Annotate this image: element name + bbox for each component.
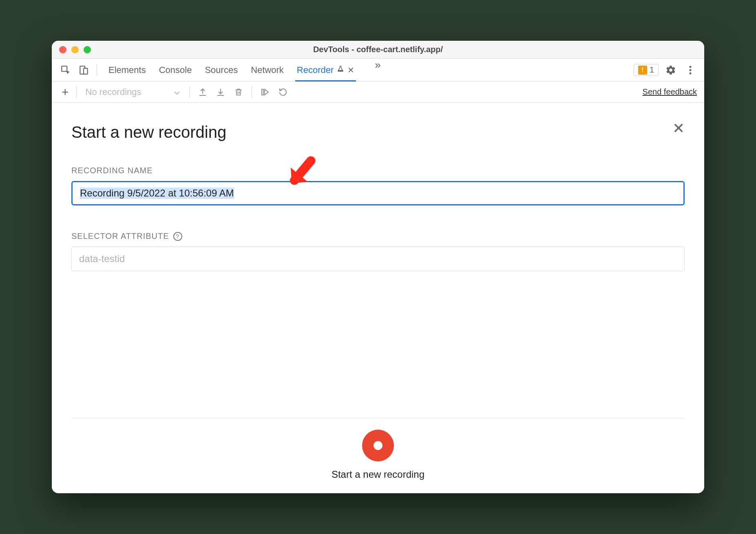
svg-rect-2 bbox=[84, 68, 88, 74]
panel-title: Start a new recording bbox=[71, 123, 685, 141]
titlebar: DevTools - coffee-cart.netlify.app/ bbox=[52, 41, 704, 59]
tabs: Elements Console Sources Network Recorde… bbox=[108, 59, 381, 81]
tab-elements[interactable]: Elements bbox=[108, 59, 146, 81]
tab-network[interactable]: Network bbox=[251, 59, 284, 81]
replay-settings-icon[interactable] bbox=[275, 87, 291, 97]
tab-sources[interactable]: Sources bbox=[205, 59, 238, 81]
selector-attribute-label: SELECTOR ATTRIBUTE ? bbox=[71, 232, 685, 241]
start-recording-label: Start a new recording bbox=[332, 469, 424, 480]
replay-icon[interactable] bbox=[257, 87, 273, 97]
close-tab-icon[interactable]: ✕ bbox=[347, 65, 354, 75]
tab-recorder[interactable]: Recorder ✕ bbox=[297, 59, 354, 81]
export-icon[interactable] bbox=[195, 87, 211, 97]
close-panel-icon[interactable]: ✕ bbox=[672, 120, 685, 137]
add-recording-button[interactable]: + bbox=[59, 85, 71, 99]
inspect-element-icon[interactable] bbox=[58, 63, 73, 77]
send-feedback-link[interactable]: Send feedback bbox=[643, 87, 697, 97]
issues-badge[interactable]: ! 1 bbox=[634, 64, 659, 76]
selector-attribute-label-text: SELECTOR ATTRIBUTE bbox=[71, 232, 169, 241]
recording-name-input[interactable] bbox=[71, 181, 685, 205]
more-menu-icon[interactable] bbox=[683, 63, 698, 77]
svg-point-3 bbox=[690, 66, 692, 68]
recordings-select-label: No recordings bbox=[86, 87, 141, 97]
flask-icon bbox=[337, 65, 344, 75]
selector-attribute-input[interactable] bbox=[71, 247, 685, 271]
svg-point-4 bbox=[690, 69, 692, 71]
help-icon[interactable]: ? bbox=[173, 232, 182, 241]
divider bbox=[97, 64, 97, 76]
recording-name-field: RECORDING NAME bbox=[71, 166, 685, 205]
more-tabs-icon[interactable]: » bbox=[375, 59, 380, 81]
divider bbox=[189, 86, 190, 98]
new-recording-panel: ✕ Start a new recording RECORDING NAME S… bbox=[52, 103, 704, 493]
svg-rect-6 bbox=[262, 89, 263, 95]
recorder-toolbar: + No recordings Send feedback bbox=[52, 82, 704, 103]
device-toolbar-icon[interactable] bbox=[76, 63, 91, 77]
divider bbox=[76, 86, 77, 98]
selector-attribute-field: SELECTOR ATTRIBUTE ? bbox=[71, 232, 685, 271]
record-icon bbox=[374, 441, 382, 450]
maximize-window-button[interactable] bbox=[84, 46, 91, 53]
panel-footer: Start a new recording bbox=[71, 418, 685, 493]
import-icon[interactable] bbox=[212, 87, 229, 97]
window-title: DevTools - coffee-cart.netlify.app/ bbox=[52, 45, 704, 54]
close-window-button[interactable] bbox=[59, 46, 66, 53]
tab-recorder-label: Recorder bbox=[297, 65, 334, 75]
minimize-window-button[interactable] bbox=[71, 46, 79, 53]
svg-point-5 bbox=[690, 72, 692, 74]
divider bbox=[252, 86, 252, 98]
traffic-lights bbox=[52, 46, 91, 53]
tabstrip: Elements Console Sources Network Recorde… bbox=[52, 59, 704, 82]
chevron-down-icon bbox=[174, 87, 180, 97]
delete-icon[interactable] bbox=[230, 87, 247, 97]
recordings-select[interactable]: No recordings bbox=[82, 87, 185, 97]
start-recording-button[interactable] bbox=[362, 430, 394, 461]
tab-console[interactable]: Console bbox=[159, 59, 192, 81]
devtools-window: DevTools - coffee-cart.netlify.app/ Elem… bbox=[52, 41, 704, 493]
recording-name-label: RECORDING NAME bbox=[71, 166, 685, 175]
settings-icon[interactable] bbox=[663, 63, 678, 77]
issues-count: 1 bbox=[650, 65, 654, 75]
warning-icon: ! bbox=[638, 66, 647, 75]
